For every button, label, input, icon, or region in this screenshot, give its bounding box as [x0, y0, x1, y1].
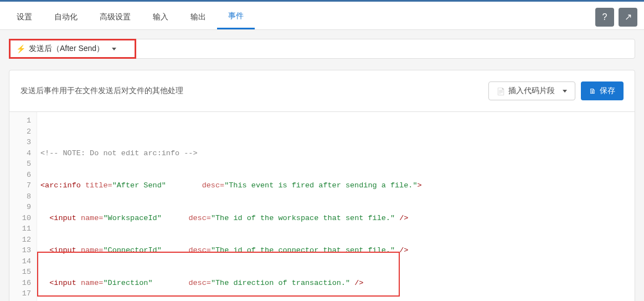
code-line: <input name="WorkspaceId" desc="The id o…: [40, 213, 635, 224]
tab-advanced[interactable]: 高级设置: [89, 6, 142, 29]
line-number: 13: [9, 245, 31, 256]
line-number: 11: [9, 223, 31, 234]
line-number: 12: [9, 234, 31, 246]
top-accent-bar: [0, 0, 644, 4]
line-number: 15: [9, 267, 31, 278]
tab-output[interactable]: 输出: [179, 6, 217, 29]
line-number: 1: [9, 115, 31, 126]
panel-actions: 插入代码片段 保存: [488, 81, 624, 100]
panel-description: 发送后事件用于在文件发送后对文件的其他处理: [20, 86, 183, 96]
popout-button[interactable]: ↗: [619, 8, 637, 27]
code-editor[interactable]: 1 2 3 4 5 6 7 8 9 10 11 12 13 14 15 16 1…: [9, 111, 635, 301]
content-area: ⚡ 发送后（After Send） 发送后事件用于在文件发送后对文件的其他处理 …: [0, 30, 644, 301]
line-number: 8: [9, 191, 31, 202]
line-gutter: 1 2 3 4 5 6 7 8 9 10 11 12 13 14 15 16 1…: [9, 112, 37, 301]
tab-bar: 设置 自动化 高级设置 输入 输出 事件 ? ↗: [0, 4, 644, 30]
code-content[interactable]: <!-- NOTE: Do not edit arc:info --> <arc…: [37, 112, 635, 301]
help-icon: ?: [602, 12, 607, 22]
code-line: <!-- NOTE: Do not edit arc:info -->: [40, 148, 635, 159]
line-number: 9: [9, 202, 31, 213]
highlight-box-code: [37, 252, 400, 297]
line-number: 5: [9, 159, 31, 170]
panel-header: 发送后事件用于在文件发送后对文件的其他处理 插入代码片段 保存: [20, 81, 624, 100]
line-number: 10: [9, 213, 31, 224]
line-number: 16: [9, 278, 31, 289]
help-button[interactable]: ?: [595, 8, 614, 27]
line-number: 18: [9, 299, 31, 302]
chevron-down-icon: [563, 90, 567, 93]
chevron-down-icon: [112, 48, 116, 50]
line-number: 4: [9, 148, 31, 159]
line-number: 2: [9, 126, 31, 137]
code-line: <arc:info title="After Send" desc="This …: [40, 180, 635, 191]
save-button[interactable]: 保存: [581, 81, 624, 100]
tab-actions: ? ↗: [595, 8, 637, 27]
lightning-icon: ⚡: [16, 44, 25, 53]
line-number: 7: [9, 180, 31, 191]
line-number: 14: [9, 256, 31, 267]
tab-automation[interactable]: 自动化: [43, 6, 89, 29]
save-label: 保存: [600, 86, 615, 96]
line-number: 3: [9, 137, 31, 148]
tab-input[interactable]: 输入: [142, 6, 179, 29]
code-line: <input name="Direction" desc="The direct…: [40, 278, 635, 289]
save-icon: [589, 86, 596, 95]
tab-events[interactable]: 事件: [217, 4, 255, 29]
line-number: 6: [9, 170, 31, 181]
event-selector-label: 发送后（After Send）: [29, 44, 104, 54]
tab-settings[interactable]: 设置: [6, 6, 43, 29]
event-selector[interactable]: ⚡ 发送后（After Send）: [9, 39, 635, 59]
popout-icon: ↗: [625, 12, 632, 22]
line-number: 17: [9, 288, 31, 299]
event-panel: 发送后事件用于在文件发送后对文件的其他处理 插入代码片段 保存 1 2 3 4: [9, 70, 635, 301]
code-line: <input name="ConnectorId" desc="The id o…: [40, 245, 635, 256]
insert-snippet-label: 插入代码片段: [508, 86, 555, 96]
insert-snippet-button[interactable]: 插入代码片段: [488, 81, 575, 100]
snippet-icon: [497, 86, 505, 95]
